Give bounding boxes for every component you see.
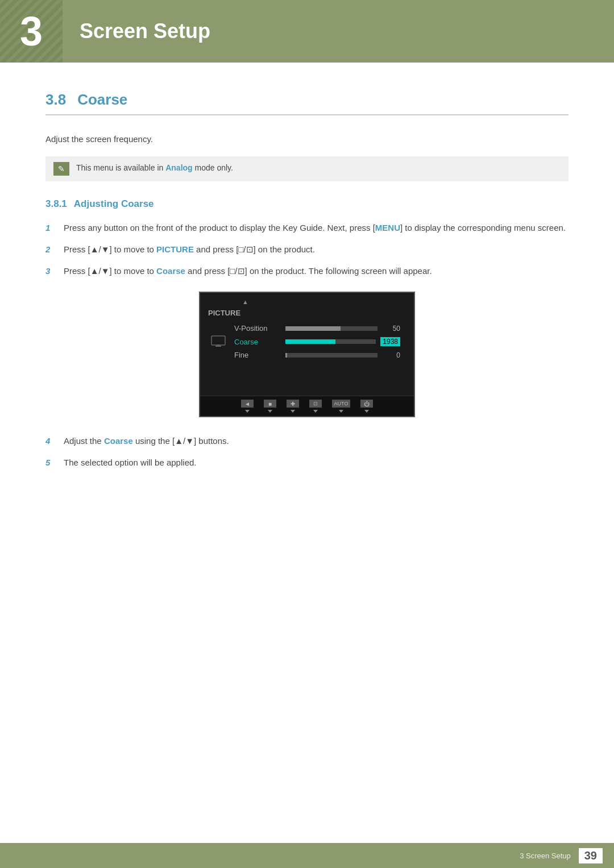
step-2: 2 Press [▲/▼] to move to PICTURE and pre… — [45, 243, 569, 256]
step-4-text: Adjust the Coarse using the [▲/▼] button… — [64, 434, 229, 448]
footer-text: 3 Screen Setup — [520, 852, 571, 860]
bottom-btn-plus: ✚ — [287, 400, 299, 413]
power-arrow-indicator — [364, 410, 369, 413]
chapter-number: 3 — [20, 11, 43, 52]
monitor-icon-area — [208, 322, 229, 362]
main-content: 3.8 Coarse Adjust the screen frequency. … — [0, 63, 614, 529]
screen-bottom-bar: ◄ ■ ✚ — [200, 396, 414, 416]
fine-value: 0 — [382, 351, 400, 359]
note-text: This menu is available in Analog mode on… — [76, 162, 233, 174]
vposition-label: V-Position — [234, 324, 285, 333]
section-description: Adjust the screen frequency. — [45, 132, 569, 146]
bottom-btn-menu: ⊡ — [309, 400, 322, 413]
step-5: 5 The selected option will be applied. — [45, 456, 569, 470]
step-2-text: Press [▲/▼] to move to PICTURE and press… — [64, 243, 315, 256]
vposition-bar-bg — [285, 326, 377, 331]
bottom-btn-power: ⏻ — [360, 400, 373, 413]
coarse-bar-fill — [285, 339, 335, 344]
fine-bar-bg — [285, 353, 377, 358]
menu-item-fine: Fine 0 — [234, 348, 400, 362]
screen-spacer — [208, 362, 406, 390]
note-icon — [53, 162, 69, 176]
coarse-label: Coarse — [234, 338, 285, 346]
subsection-number: 3.8.1 — [45, 198, 67, 210]
auto-arrow-indicator — [339, 410, 343, 413]
menu-item-coarse: Coarse 1938 — [234, 335, 400, 348]
steps-after-list: 4 Adjust the Coarse using the [▲/▼] butt… — [45, 434, 569, 470]
svg-rect-1 — [215, 346, 221, 347]
menu-items-list: V-Position 50 Coarse — [229, 322, 406, 362]
chapter-number-box: 3 — [0, 0, 63, 63]
step-3: 3 Press [▲/▼] to move to Coarse and pres… — [45, 264, 569, 278]
vposition-bar-container — [285, 326, 377, 331]
step-3-text: Press [▲/▼] to move to Coarse and press … — [64, 264, 432, 278]
step-2-number: 2 — [45, 243, 58, 256]
fine-bar-container — [285, 353, 377, 358]
step-1-text: Press any button on the front of the pro… — [64, 221, 566, 235]
footer-page-number: 39 — [579, 848, 603, 863]
coarse-bar-bg — [285, 339, 376, 344]
screen-content-area: V-Position 50 Coarse — [208, 322, 406, 362]
left-arrow-indicator — [245, 410, 250, 413]
section-title: Coarse — [77, 91, 127, 109]
section-number: 3.8 — [45, 91, 66, 109]
menu-title: PICTURE — [208, 309, 406, 317]
vposition-bar-fill — [285, 326, 341, 331]
chapter-title: Screen Setup — [80, 19, 210, 43]
plus-arrow-indicator — [291, 410, 295, 413]
note-highlight: Analog — [165, 163, 192, 172]
subsection-heading: 3.8.1 Adjusting Coarse — [45, 198, 569, 210]
svg-rect-2 — [217, 344, 219, 346]
step-1-number: 1 — [45, 221, 58, 235]
step-3-number: 3 — [45, 264, 58, 278]
coarse-value: 1938 — [380, 337, 400, 346]
step-4: 4 Adjust the Coarse using the [▲/▼] butt… — [45, 434, 569, 448]
subsection-title: Adjusting Coarse — [74, 198, 154, 210]
bottom-btn-left: ◄ — [241, 400, 254, 413]
steps-list: 1 Press any button on the front of the p… — [45, 221, 569, 278]
step-5-text: The selected option will be applied. — [64, 456, 196, 470]
svg-rect-0 — [211, 336, 225, 345]
header-banner: 3 Screen Setup — [0, 0, 614, 63]
screen-menu: ▲ PICTURE — [200, 293, 414, 396]
bottom-btn-minus: ■ — [264, 400, 276, 413]
fine-label: Fine — [234, 351, 285, 359]
menu-item-vposition: V-Position 50 — [234, 322, 400, 335]
coarse-bar-container — [285, 339, 376, 344]
step-4-number: 4 — [45, 434, 58, 448]
screen-mockup: ▲ PICTURE — [199, 292, 415, 417]
menu-arrow-indicator — [313, 410, 318, 413]
screen-container: ▲ PICTURE — [45, 292, 569, 417]
vposition-value: 50 — [382, 325, 400, 333]
footer: 3 Screen Setup 39 — [0, 843, 614, 868]
step-5-number: 5 — [45, 456, 58, 470]
fine-bar-fill — [285, 353, 287, 358]
note-box: This menu is available in Analog mode on… — [45, 156, 569, 181]
step-1: 1 Press any button on the front of the p… — [45, 221, 569, 235]
minus-arrow-indicator — [268, 410, 272, 413]
section-heading: 3.8 Coarse — [45, 91, 569, 115]
bottom-btn-auto: AUTO — [332, 400, 350, 413]
